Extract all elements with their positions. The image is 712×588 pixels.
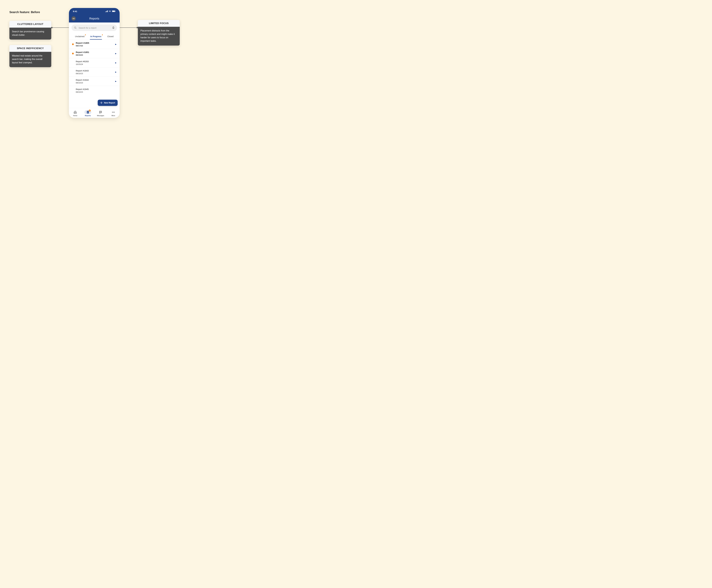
report-list: Report #1805 08/17/23 ▶ Report #1851 08/…: [69, 40, 120, 95]
report-title: Report #1851: [76, 51, 113, 54]
list-item[interactable]: Report #1805 08/17/23 ▶: [69, 40, 120, 49]
unread-dot-icon: [72, 52, 74, 55]
svg-rect-6: [115, 11, 116, 12]
home-icon: [74, 111, 77, 114]
tab-label: Closed: [107, 35, 114, 38]
chevron-right-icon: ▶: [115, 62, 117, 64]
search-bar[interactable]: [72, 24, 117, 31]
microphone-icon[interactable]: [112, 26, 115, 29]
page-title: Search feature: Before: [9, 10, 40, 14]
search-input[interactable]: [79, 27, 110, 29]
svg-rect-16: [87, 113, 88, 113]
svg-rect-14: [87, 111, 88, 112]
nav-label: Home: [73, 115, 77, 117]
tab-in-progress[interactable]: In Progress: [90, 34, 102, 40]
report-date: 08/17/23: [76, 45, 113, 47]
wifi-icon: [109, 10, 111, 12]
list-item[interactable]: Report #1843 08/10/23 ▶: [69, 67, 120, 77]
svg-rect-3: [107, 10, 108, 12]
search-icon: [74, 26, 77, 29]
nav-reports[interactable]: 4 Reports: [84, 110, 91, 117]
phone-mockup: 9:41 AJ Reports Unclaimed In Progress Cl…: [69, 8, 120, 118]
svg-point-21: [114, 112, 115, 112]
avatar[interactable]: AJ: [72, 16, 76, 21]
battery-icon: [112, 10, 116, 12]
tabs: Unclaimed In Progress Closed: [69, 33, 120, 40]
tab-label: Unclaimed: [75, 35, 84, 38]
report-title: Report #1845: [76, 88, 117, 90]
annotation-body: Search bar prominence causing visual clu…: [9, 28, 51, 40]
chevron-right-icon: ▶: [115, 52, 117, 55]
svg-point-20: [113, 112, 114, 112]
report-title: Report #1843: [76, 69, 113, 72]
signal-icon: [105, 10, 108, 12]
annotation-body: Wasted real estate around the search bar…: [9, 52, 51, 67]
app-header: AJ Reports: [69, 15, 120, 22]
report-title: Report #1844: [76, 79, 113, 81]
tab-label: In Progress: [90, 35, 101, 38]
report-date: 08/10/23: [76, 82, 113, 84]
list-item[interactable]: Report #1844 08/10/23 ▶: [69, 77, 120, 86]
chevron-right-icon: ▶: [115, 71, 117, 73]
report-title: Report #1805: [76, 42, 113, 44]
annotation-title: SPACE INEFFICIENCY: [9, 45, 51, 52]
nav-label: More: [111, 115, 115, 117]
nav-label: Messages: [97, 115, 104, 117]
report-date: 08/15/23: [76, 54, 113, 56]
tab-dot-icon: [102, 35, 103, 35]
plus-icon: [100, 102, 103, 104]
tab-unclaimed[interactable]: Unclaimed: [75, 34, 85, 40]
nav-label: Reports: [85, 115, 91, 117]
annotation-focus: LIMITED FOCUS Placement distracts from t…: [138, 20, 180, 45]
connector-line: [52, 27, 72, 28]
nav-home[interactable]: Home: [72, 110, 79, 117]
search-area: [69, 22, 120, 33]
list-item[interactable]: Report #1851 08/15/23 ▶: [69, 49, 120, 58]
new-report-label: New Report: [104, 102, 115, 104]
report-date: 08/10/23: [76, 91, 117, 93]
svg-rect-5: [112, 11, 115, 12]
annotation-body: Placement distracts from the primary con…: [138, 27, 180, 45]
annotation-title: CLUTTERED LAYOUT: [9, 21, 51, 28]
report-date: 10/15/24: [76, 63, 113, 65]
annotation-title: LIMITED FOCUS: [138, 20, 180, 27]
svg-rect-1: [106, 11, 106, 12]
annotation-space: SPACE INEFFICIENCY Wasted real estate ar…: [9, 45, 51, 67]
report-title: Report #9283: [76, 60, 113, 63]
svg-rect-0: [105, 12, 106, 12]
connector-line: [117, 27, 137, 28]
nav-badge: 4: [89, 110, 91, 111]
status-icons: [105, 10, 116, 12]
statusbar: 9:41: [69, 8, 120, 15]
app-title: Reports: [89, 17, 99, 20]
svg-rect-15: [87, 112, 88, 112]
svg-rect-9: [113, 26, 114, 28]
tab-closed[interactable]: Closed: [107, 34, 114, 40]
list-item[interactable]: Report #1845 08/10/23: [69, 86, 120, 95]
bottom-nav: Home 4 Reports Messages More: [69, 108, 120, 118]
nav-messages[interactable]: Messages: [97, 110, 104, 117]
messages-icon: [99, 111, 102, 114]
svg-point-19: [112, 112, 113, 112]
new-report-button[interactable]: New Report: [98, 100, 118, 106]
unread-dot-icon: [72, 43, 74, 45]
chevron-right-icon: ▶: [115, 80, 117, 82]
chevron-right-icon: ▶: [115, 43, 117, 45]
svg-line-8: [76, 28, 76, 29]
report-date: 08/10/23: [76, 72, 113, 75]
list-item[interactable]: Report #9283 10/15/24 ▶: [69, 58, 120, 67]
status-time: 9:41: [73, 10, 77, 13]
svg-rect-2: [107, 11, 107, 12]
nav-more[interactable]: More: [110, 110, 117, 117]
tab-dot-icon: [85, 35, 86, 35]
more-icon: [112, 112, 115, 112]
annotation-cluttered: CLUTTERED LAYOUT Search bar prominence c…: [9, 21, 51, 40]
